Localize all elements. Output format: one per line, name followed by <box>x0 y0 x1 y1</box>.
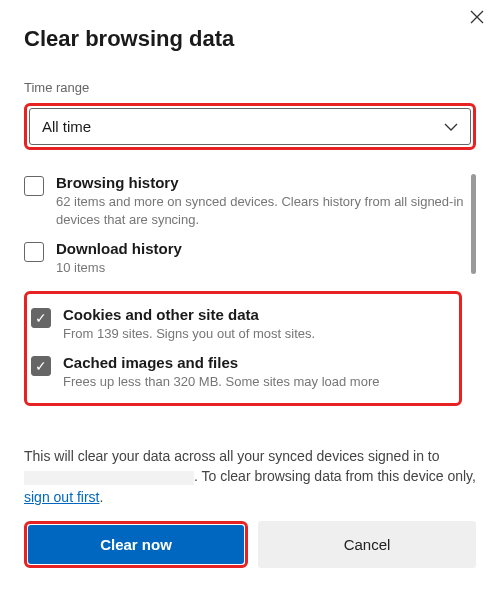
option-desc: 62 items and more on synced devices. Cle… <box>56 193 464 228</box>
option-browsing-history: Browsing history 62 items and more on sy… <box>24 168 476 234</box>
time-range-select[interactable]: All time <box>29 108 471 145</box>
footer-note: This will clear your data across all you… <box>24 446 476 507</box>
dialog-buttons: Clear now Cancel <box>24 521 476 568</box>
option-cookies: ✓ Cookies and other site data From 139 s… <box>31 300 455 349</box>
close-icon <box>470 10 484 27</box>
chevron-down-icon <box>444 123 458 131</box>
cancel-button[interactable]: Cancel <box>258 521 476 568</box>
option-desc: From 139 sites. Signs you out of most si… <box>63 325 443 343</box>
checkbox-cookies[interactable]: ✓ <box>31 308 51 328</box>
close-button[interactable] <box>470 10 484 28</box>
option-title: Browsing history <box>56 174 464 191</box>
check-icon: ✓ <box>35 311 47 325</box>
option-title: Download history <box>56 240 464 257</box>
check-icon: ✓ <box>35 359 47 373</box>
option-download-history: Download history 10 items <box>24 234 476 283</box>
option-title: Cookies and other site data <box>63 306 443 323</box>
checkbox-browsing-history[interactable] <box>24 176 44 196</box>
scrollbar-thumb[interactable] <box>471 174 476 274</box>
time-range-value: All time <box>42 118 91 135</box>
option-desc: Frees up less than 320 MB. Some sites ma… <box>63 373 443 391</box>
option-desc: 10 items <box>56 259 464 277</box>
dialog-title: Clear browsing data <box>24 26 476 52</box>
clear-now-highlight: Clear now <box>24 521 248 568</box>
clear-now-button[interactable]: Clear now <box>28 525 244 564</box>
sign-out-link[interactable]: sign out first <box>24 489 99 505</box>
checkbox-cached[interactable]: ✓ <box>31 356 51 376</box>
options-list: Browsing history 62 items and more on sy… <box>24 168 476 438</box>
time-range-label: Time range <box>24 80 476 95</box>
checkbox-download-history[interactable] <box>24 242 44 262</box>
redacted-account <box>24 471 194 485</box>
highlighted-options: ✓ Cookies and other site data From 139 s… <box>24 291 462 406</box>
time-range-highlight: All time <box>24 103 476 150</box>
option-title: Cached images and files <box>63 354 443 371</box>
option-cached: ✓ Cached images and files Frees up less … <box>31 348 455 397</box>
